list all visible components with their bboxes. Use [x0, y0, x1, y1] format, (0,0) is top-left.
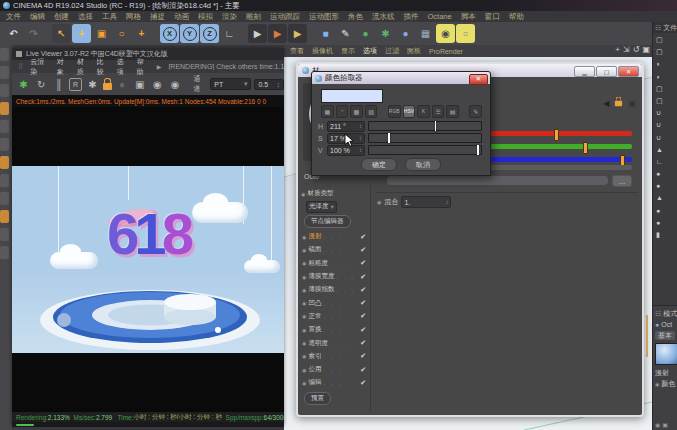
nav-arrow-icon[interactable]: ▶: [157, 63, 162, 70]
channel-row[interactable]: ◉ 公用 . . . ✔: [298, 363, 370, 376]
menu-item[interactable]: 创建: [54, 12, 69, 22]
live-viewer-menu-item[interactable]: 选项: [117, 57, 130, 77]
channel-row[interactable]: ◉ 粗糙度 . . . ✔: [298, 257, 370, 270]
live-viewer-menu-item[interactable]: 对象: [57, 57, 70, 77]
menu-item[interactable]: 选择: [78, 12, 93, 22]
maximize-button[interactable]: ▢: [596, 66, 617, 77]
ok-button[interactable]: 确定: [361, 158, 397, 171]
menu-item[interactable]: 流水线: [372, 12, 395, 22]
viewport-menu-item[interactable]: 摄像机: [312, 46, 333, 56]
pause-render-icon[interactable]: ║: [51, 77, 66, 92]
slider-handle[interactable]: [477, 145, 479, 155]
channel-row[interactable]: ◉ 正常 . . . ✔: [298, 310, 370, 323]
channel-checkbox[interactable]: ✔: [360, 312, 366, 320]
preset-button[interactable]: 预置: [304, 392, 331, 405]
panel-icon[interactable]: ▣: [662, 421, 668, 428]
add-cube-icon[interactable]: ■: [316, 24, 335, 43]
sep[interactable]: [152, 24, 159, 43]
color-wheel-icon[interactable]: ◔: [336, 105, 349, 118]
menu-item[interactable]: 运动图形: [309, 12, 339, 22]
slider-handle[interactable]: [435, 121, 437, 131]
channel-row[interactable]: ◉ 薄膜指数 . . . ✔: [298, 283, 370, 296]
object-tree-row[interactable]: ▲: [656, 146, 677, 154]
clay-mode-icon[interactable]: ●: [115, 77, 130, 92]
viewport-menu-item[interactable]: 过滤: [385, 46, 399, 56]
texture-field[interactable]: [387, 176, 608, 185]
channel-checkbox[interactable]: ✔: [360, 286, 366, 294]
object-tree-row[interactable]: ▢: [656, 97, 677, 105]
channel-checkbox[interactable]: ✔: [360, 273, 366, 281]
rotate-tool-icon[interactable]: ○: [112, 24, 131, 43]
channel-row[interactable]: ◉ 镜面 . . . ✔: [298, 243, 370, 256]
material-type-select[interactable]: 光泽度▾: [306, 201, 337, 213]
tool-sliver[interactable]: [0, 66, 9, 79]
channel-row[interactable]: ◉ 置换 . . . ✔: [298, 323, 370, 336]
image-source-icon[interactable]: ▨: [365, 105, 378, 118]
render-settings-icon[interactable]: ▶: [288, 24, 307, 43]
menu-item[interactable]: 编辑: [30, 12, 45, 22]
attr-tab[interactable]: 基本: [655, 331, 675, 340]
material-thumbnail[interactable]: [655, 343, 677, 365]
menu-item[interactable]: 运动跟踪: [270, 12, 300, 22]
object-tree-row[interactable]: ●: [656, 207, 677, 215]
screen-pick-icon[interactable]: ▦: [321, 105, 334, 118]
object-tree-row[interactable]: ●: [656, 170, 677, 178]
material-pick-icon[interactable]: ◉: [168, 77, 183, 92]
mograph-icon[interactable]: ✱: [376, 24, 395, 43]
menu-item[interactable]: 文件: [6, 12, 21, 22]
undo-icon[interactable]: ↶: [4, 24, 23, 43]
slider-track[interactable]: [368, 121, 482, 131]
move-tool-icon[interactable]: +: [72, 24, 91, 43]
channel-checkbox[interactable]: ✔: [360, 352, 366, 360]
tool-sliver[interactable]: [0, 192, 9, 205]
channel-select[interactable]: PT▾: [210, 78, 251, 90]
tool-sliver[interactable]: [0, 84, 9, 97]
channel-row[interactable]: ◉ 凹凸 . . . ✔: [298, 296, 370, 309]
back-arrow-icon[interactable]: ◀: [603, 99, 609, 108]
sep[interactable]: [240, 24, 247, 43]
menu-item[interactable]: 脚本: [461, 12, 476, 22]
object-tree-row[interactable]: ∪: [656, 134, 677, 142]
viewport-menu-item[interactable]: 显示: [341, 46, 355, 56]
array-icon[interactable]: ▦: [416, 24, 435, 43]
file-menu[interactable]: 文件: [663, 23, 677, 33]
deformer-icon[interactable]: ●: [396, 24, 415, 43]
object-tree-row[interactable]: ∪: [656, 109, 677, 117]
camera-icon[interactable]: ◉: [436, 24, 455, 43]
menu-item[interactable]: 帮助: [509, 12, 524, 22]
gradient-square-icon[interactable]: ▩: [350, 105, 363, 118]
eyedropper-icon[interactable]: ✎: [469, 105, 482, 118]
object-tree-row[interactable]: ∪: [656, 121, 677, 129]
menu-item[interactable]: 网格: [126, 12, 141, 22]
tool-sliver[interactable]: [0, 156, 9, 169]
color-picker-titlebar[interactable]: 颜色拾取器 ✕: [312, 72, 490, 84]
lock-resolution-icon[interactable]: [103, 83, 112, 90]
tool-sliver[interactable]: [0, 102, 9, 115]
channel-checkbox[interactable]: ✔: [360, 339, 366, 347]
menu-item[interactable]: 雕刻: [246, 12, 261, 22]
octane-refresh-icon[interactable]: ✱: [16, 77, 31, 92]
live-viewer-menu-item[interactable]: 比较: [97, 57, 110, 77]
sep[interactable]: [44, 24, 51, 43]
channel-checkbox[interactable]: ✔: [360, 233, 366, 241]
object-tree-row[interactable]: ▲: [656, 194, 677, 202]
last-tool-icon[interactable]: +: [132, 24, 151, 43]
channel-row[interactable]: ◉ 索引 . . . ✔: [298, 350, 370, 363]
tool-sliver[interactable]: [0, 228, 9, 241]
mode-menu[interactable]: 模式: [663, 309, 677, 319]
menu-item[interactable]: 捕捉: [150, 12, 165, 22]
slider-value-field[interactable]: 211 °↕: [327, 121, 365, 132]
toggle-view-icon[interactable]: ▣: [642, 45, 650, 54]
object-tree-row[interactable]: ▢: [656, 36, 677, 44]
object-tree-row[interactable]: ▢: [656, 48, 677, 56]
hsv-tab[interactable]: HSV: [403, 105, 416, 118]
tool-sliver[interactable]: [0, 210, 9, 223]
live-viewer-menu-item[interactable]: 帮助: [137, 57, 150, 77]
menu-item[interactable]: 窗口: [485, 12, 500, 22]
minimize-button[interactable]: ▁: [574, 66, 595, 77]
pan-view-icon[interactable]: +: [615, 45, 620, 54]
panel-icon[interactable]: ◉: [655, 421, 660, 428]
tool-sliver[interactable]: [0, 174, 9, 187]
tool-sliver[interactable]: [0, 120, 9, 133]
viewport-menu-item[interactable]: 选项: [363, 46, 377, 56]
